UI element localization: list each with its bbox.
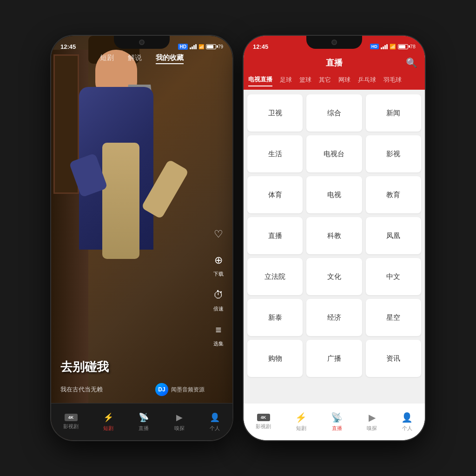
download-label: 下载 <box>213 271 224 278</box>
cat-tab-tennis[interactable]: 网球 <box>338 76 350 86</box>
cat-tab-badminton[interactable]: 羽毛球 <box>383 76 402 86</box>
grid-cell-zonghe[interactable]: 综合 <box>306 94 362 132</box>
category-tabs: 电视直播 足球 篮球 其它 网球 乒乓球 羽毛球 <box>244 72 425 90</box>
left-phone: 12:45 HD 📶 79 <box>51 36 232 440</box>
nav-profile[interactable]: 👤 个人 <box>209 412 220 432</box>
live-title-row: 直播 🔍 <box>244 53 425 72</box>
detect-icon: ▶ <box>174 412 185 423</box>
search-button[interactable]: 🔍 <box>406 57 417 68</box>
grid-cell-shenghuo[interactable]: 生活 <box>247 135 303 172</box>
grid-cell-zhibo[interactable]: 直播 <box>247 217 303 254</box>
download-icon: ⊕ <box>210 252 227 269</box>
grid-cell-gouwu[interactable]: 购物 <box>247 340 303 377</box>
grid-cell-guangbo[interactable]: 广播 <box>306 340 362 377</box>
right-nav-movies[interactable]: 4K 影视剧 <box>256 414 271 430</box>
character-inner-robe <box>102 143 139 259</box>
episodes-icon: ≡ <box>210 322 227 338</box>
video-actions: ♡ ⊕ 下载 ⏱ 倍速 ≡ 选集 <box>210 226 227 347</box>
grid-cell-jiaoyu[interactable]: 教育 <box>366 176 421 213</box>
right-nav-detect-label: 嗅探 <box>367 425 377 432</box>
grid-cell-dianshi[interactable]: 电视 <box>306 176 362 213</box>
right-battery <box>398 44 408 49</box>
grid-cell-kejiao[interactable]: 科教 <box>306 217 362 254</box>
battery-fill <box>207 45 213 48</box>
grid-cell-zhongwen[interactable]: 中文 <box>366 258 421 295</box>
right-wifi-icon: 📶 <box>390 44 396 50</box>
right-nav-live[interactable]: 📡 直播 <box>331 412 343 432</box>
status-icons: HD 📶 79 <box>178 44 223 49</box>
live-icon: 📡 <box>138 412 149 423</box>
battery-icon <box>206 44 216 49</box>
character-arm-right <box>141 159 189 219</box>
grid-cell-zixun[interactable]: 资讯 <box>366 340 421 377</box>
grid-cell-xinwen[interactable]: 新闻 <box>366 94 421 132</box>
right-live-icon: 📡 <box>331 412 343 423</box>
grid-cell-xintai[interactable]: 新泰 <box>247 299 303 336</box>
tab-favorites[interactable]: 我的收藏 <box>156 53 184 64</box>
nav-live-label: 直播 <box>139 425 149 432</box>
cat-tab-pingpong[interactable]: 乒乓球 <box>358 76 376 86</box>
video-background <box>51 36 232 440</box>
grid-cell-wenhua[interactable]: 文化 <box>306 258 362 295</box>
bottom-nav: 4K 影视剧 ⚡ 短剧 📡 直播 ▶ 嗅探 👤 个人 <box>51 403 232 440</box>
right-hd-badge: HD <box>370 44 379 49</box>
right-detect-icon: ▶ <box>369 412 376 423</box>
grid-row-4: 直播 科教 凤凰 <box>247 217 421 254</box>
right-nav-live-label: 直播 <box>332 425 342 432</box>
video-subtitle: 去别碰我 <box>60 359 109 375</box>
like-button[interactable]: ♡ <box>210 226 227 243</box>
nav-detect[interactable]: ▶ 嗅探 <box>174 412 185 432</box>
nav-live[interactable]: 📡 直播 <box>138 412 149 432</box>
camera <box>139 40 145 45</box>
nav-short-drama[interactable]: ⚡ 短剧 <box>103 412 114 432</box>
grid-cell-tiyu[interactable]: 体育 <box>247 176 303 213</box>
nav-short-drama-label: 短剧 <box>103 425 113 432</box>
live-title: 直播 <box>326 57 343 68</box>
grid-row-2: 生活 电视台 影视 <box>247 135 421 172</box>
right-nav-short-label: 短剧 <box>296 425 306 432</box>
tv-grid: 卫视 综合 新闻 生活 电视台 影视 体育 电视 教育 <box>244 90 425 403</box>
signal-bars <box>190 44 197 49</box>
grid-cell-xingkong[interactable]: 星空 <box>366 299 421 336</box>
grid-row-3: 体育 电视 教育 <box>247 176 421 213</box>
profile-icon: 👤 <box>209 412 220 423</box>
camera-right <box>331 40 337 45</box>
episodes-label: 选集 <box>213 340 224 347</box>
nav-movies[interactable]: 4K 影视剧 <box>63 414 79 430</box>
grid-cell-jingji[interactable]: 经济 <box>306 299 362 336</box>
right-movies-badge: 4K <box>257 414 270 421</box>
grid-cell-yingshi[interactable]: 影视 <box>366 135 421 172</box>
status-time: 12:45 <box>60 43 76 50</box>
right-nav-profile[interactable]: 👤 个人 <box>401 412 413 432</box>
speed-label: 倍速 <box>213 305 224 312</box>
video-caption: 我在古代当无赖 <box>60 385 103 394</box>
movies-badge: 4K <box>65 414 78 421</box>
right-nav-profile-label: 个人 <box>402 425 412 432</box>
tab-short-drama[interactable]: 短剧 <box>100 53 114 64</box>
right-battery-fill <box>399 45 405 48</box>
dj-logo: DJ <box>155 383 168 396</box>
heart-icon: ♡ <box>210 226 227 243</box>
watermark: DJ 闻墨音频资源 <box>155 383 205 396</box>
speed-button[interactable]: ⏱ 倍速 <box>210 287 227 312</box>
grid-cell-weishi[interactable]: 卫视 <box>247 94 303 132</box>
cat-tab-tv[interactable]: 电视直播 <box>248 75 272 86</box>
wifi-icon: 📶 <box>198 44 204 49</box>
grid-cell-fenghuang[interactable]: 凤凰 <box>366 217 421 254</box>
episodes-button[interactable]: ≡ 选集 <box>210 322 227 347</box>
cat-tab-other[interactable]: 其它 <box>319 76 331 86</box>
flash-icon: ⚡ <box>103 412 114 423</box>
watermark-text: 闻墨音频资源 <box>171 386 205 394</box>
right-nav-short[interactable]: ⚡ 短剧 <box>295 412 307 432</box>
cat-tab-basketball[interactable]: 篮球 <box>299 76 311 86</box>
nav-profile-label: 个人 <box>210 425 220 432</box>
grid-cell-dianshitai[interactable]: 电视台 <box>306 135 362 172</box>
notch <box>114 36 170 49</box>
right-nav-movies-label: 影视剧 <box>256 423 271 430</box>
cat-tab-soccer[interactable]: 足球 <box>280 76 292 86</box>
right-nav-detect[interactable]: ▶ 嗅探 <box>367 412 377 432</box>
grid-cell-lifayuan[interactable]: 立法院 <box>247 258 303 295</box>
right-signal <box>381 44 388 49</box>
tab-commentary[interactable]: 解说 <box>128 53 142 64</box>
download-button[interactable]: ⊕ 下载 <box>210 252 227 278</box>
